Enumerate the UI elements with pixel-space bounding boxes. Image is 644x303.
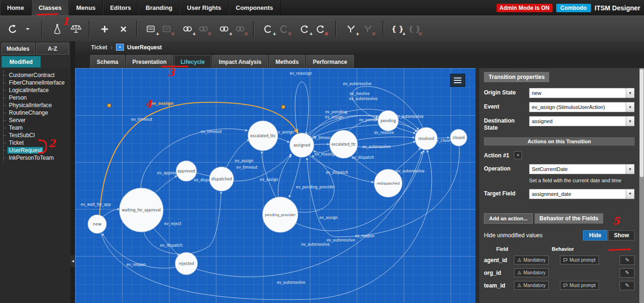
state-closed[interactable]: closed	[450, 129, 467, 146]
operation-help-text: Set a field with the current date and ti…	[529, 177, 629, 184]
edit-field-button[interactable]: ✎	[620, 268, 635, 278]
delete-state-icon: ✕	[277, 20, 291, 38]
transition-edge-ev_wait_for_app[interactable]	[103, 209, 119, 217]
add-method-icon[interactable]: { }+	[391, 20, 405, 38]
add-external-key-icon[interactable]: +	[217, 20, 231, 38]
sidebar-tab-modified[interactable]: Modified	[1, 56, 41, 68]
state-waiting_for_approval[interactable]: waiting_for_approval	[119, 188, 163, 232]
transition-edge-ev_timeout[interactable]	[226, 140, 249, 168]
destination-state-select[interactable]: assigned▼	[529, 116, 635, 126]
sidebar-item-customercontract[interactable]: CustomerContract	[0, 71, 70, 79]
sidebar-item-testsubci[interactable]: TestSubCI	[0, 132, 70, 139]
transition-edge-ev_approve[interactable]	[155, 176, 177, 193]
add-class-icon[interactable]	[98, 20, 112, 38]
sidebar-item-person[interactable]: Person	[0, 94, 70, 101]
transition-edge-ev_assign[interactable]	[278, 155, 291, 197]
event-select[interactable]: ev_assign (StimulusUserAction)▼	[529, 102, 635, 112]
lifecycle-canvas[interactable]: ev_assignev_wait_for_appev_timeoutev_app…	[75, 68, 475, 303]
sidebar-item-fiberchannelinterface[interactable]: FiberChannelInterface	[0, 79, 70, 86]
hide-button[interactable]: Hide	[583, 230, 607, 241]
add-action-button[interactable]: Add an action...	[484, 213, 533, 224]
origin-state-select[interactable]: new▼	[529, 88, 635, 98]
state-dispatched[interactable]: dispatched	[209, 167, 234, 191]
state-escalated_tto[interactable]: escalated_tto	[248, 121, 278, 151]
tab-methods[interactable]: Methods	[269, 55, 305, 68]
transition-edge-ev_assign[interactable]	[278, 138, 289, 142]
add-state-icon[interactable]: +	[261, 20, 275, 38]
show-button[interactable]: Show	[608, 230, 635, 241]
delete-class-icon[interactable]	[116, 20, 130, 38]
sidebar-item-lnkpersontoteam[interactable]: lnkPersonToTeam	[0, 154, 70, 162]
nav-item-components[interactable]: Components	[229, 0, 280, 16]
target-field-select[interactable]: assignment_date ▼	[529, 189, 635, 199]
transition-edge-ev_assign[interactable]	[298, 155, 334, 212]
transition-edge-ev_autoresolve[interactable]	[395, 148, 421, 171]
sidebar-tab-az[interactable]: A-Z	[36, 43, 69, 54]
sidebar-item-physicalinterface[interactable]: PhysicalInterface	[0, 101, 70, 109]
state-assigned[interactable]: assigned	[290, 133, 314, 157]
breadcrumb-item[interactable]: UserRequest	[127, 44, 162, 51]
edge-handle[interactable]	[107, 104, 111, 107]
state-new[interactable]: new	[88, 215, 107, 233]
transition-edge-ev_pending_provider[interactable]	[289, 157, 300, 197]
delete-transition-icon[interactable]: ✕	[314, 20, 328, 38]
add-relation-icon[interactable]: +	[181, 20, 195, 38]
sidebar-item-logicalinterface[interactable]: LogicalInterface	[0, 86, 70, 94]
edit-field-button[interactable]: ✎	[620, 256, 635, 265]
vertical-scrollbar[interactable]	[639, 68, 644, 303]
transition-edge-ev_reject[interactable]	[153, 228, 179, 256]
scrollbar-thumb[interactable]	[640, 69, 644, 177]
state-pending_provider[interactable]: pending_provider	[262, 197, 298, 233]
sidebar-item-team[interactable]: Team	[0, 124, 70, 132]
prop-row-destination-state: Destination Stateassigned▼	[484, 116, 635, 132]
state-resolved[interactable]: resolved	[415, 127, 437, 150]
remove-action-button[interactable]: ✕	[514, 151, 522, 159]
transition-edge-ev_resolve[interactable]	[357, 137, 414, 140]
breadcrumb-item[interactable]: Ticket	[91, 44, 107, 51]
class-icon: ≡	[116, 44, 124, 51]
add-transition-icon[interactable]: +	[298, 20, 312, 38]
undo-options-icon[interactable]	[21, 20, 35, 38]
sidebar-item-userrequest[interactable]: UserRequest	[0, 147, 70, 154]
state-redispatched[interactable]: redispatched	[374, 169, 402, 197]
edge-label: ev_autoresolve	[327, 238, 355, 242]
tab-schema[interactable]: Schema	[90, 55, 125, 68]
badge-mandatory[interactable]: ⚠Mandatory	[514, 268, 549, 277]
nav-item-home[interactable]: Home	[0, 0, 31, 16]
badge-must-prompt[interactable]: Must prompt	[560, 281, 599, 290]
plus-badge-icon: +	[273, 31, 276, 37]
badge-mandatory[interactable]: ⚠Mandatory	[514, 256, 549, 264]
transition-edge-ev_autoresolve[interactable]	[398, 124, 419, 132]
edit-field-button[interactable]: ✎	[620, 281, 635, 290]
add-field-icon[interactable]: +	[144, 20, 158, 38]
state-rejected[interactable]: rejected	[175, 252, 198, 275]
state-escalated_ttr[interactable]: escalated_ttr	[330, 130, 358, 158]
transition-edge-ev_reassign[interactable]	[295, 82, 309, 134]
brand-badge[interactable]: Combodo	[556, 4, 591, 12]
edge-label: ev_pending_provider	[296, 185, 335, 189]
compare-icon[interactable]	[69, 20, 83, 38]
sidebar-item-routinechange[interactable]: RoutineChange	[0, 109, 70, 117]
sidebar-item-server[interactable]: Server	[0, 117, 70, 124]
state-approved[interactable]: approved	[176, 161, 197, 181]
nav-item-editors[interactable]: Editors	[103, 0, 138, 16]
sidebar-item-ticket[interactable]: Ticket	[0, 139, 70, 147]
collapse-sidebar-button[interactable]: ◀	[70, 255, 75, 267]
badge-must-prompt[interactable]: Must prompt	[560, 256, 599, 264]
sidebar-tab-modules[interactable]: Modules	[1, 43, 35, 54]
operation-select[interactable]: SetCurrentDate ▼	[529, 164, 635, 174]
tab-performance[interactable]: Performance	[306, 55, 353, 68]
annotation-4: 4	[145, 99, 152, 109]
diagram-menu-button[interactable]	[450, 74, 465, 87]
nav-item-branding[interactable]: Branding	[138, 0, 180, 16]
transition-edge-ev_close[interactable]	[437, 138, 449, 138]
nav-item-menus[interactable]: Menus	[69, 0, 103, 16]
transition-edge-ev_timeout[interactable]	[314, 144, 329, 145]
add-filter-icon[interactable]: +	[344, 20, 358, 38]
edge-handle[interactable]	[282, 105, 285, 109]
undo-icon[interactable]	[6, 20, 20, 38]
badge-mandatory[interactable]: ⚠Mandatory	[514, 281, 549, 290]
tab-impact-analysis[interactable]: Impact Analysis	[212, 55, 268, 68]
nav-item-user-rights[interactable]: User Rights	[180, 0, 229, 16]
state-pending[interactable]: pending	[378, 110, 399, 131]
